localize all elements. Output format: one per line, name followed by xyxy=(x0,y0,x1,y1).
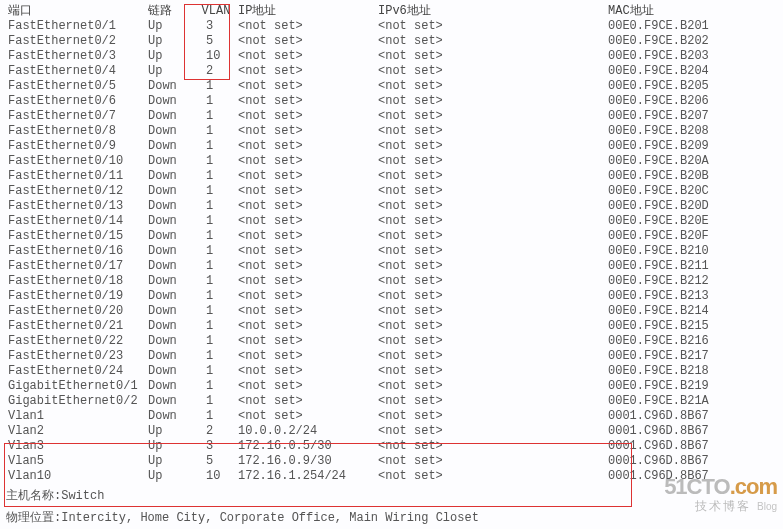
table-row: FastEthernet0/21Down1<not set><not set>0… xyxy=(6,319,777,334)
cell-ipv6: <not set> xyxy=(376,274,606,289)
table-row: FastEthernet0/2Up5<not set><not set>00E0… xyxy=(6,34,777,49)
cell-port: Vlan1 xyxy=(6,409,146,424)
cell-ip: <not set> xyxy=(236,319,376,334)
table-header-row: 端口 链路 VLAN IP地址 IPv6地址 MAC地址 xyxy=(6,4,777,19)
cell-port: GigabitEthernet0/2 xyxy=(6,394,146,409)
header-link: 链路 xyxy=(146,4,196,19)
cell-vlan: 1 xyxy=(196,154,236,169)
table-row: FastEthernet0/19Down1<not set><not set>0… xyxy=(6,289,777,304)
header-ip: IP地址 xyxy=(236,4,376,19)
table-row: FastEthernet0/23Down1<not set><not set>0… xyxy=(6,349,777,364)
cell-mac: 00E0.F9CE.B20D xyxy=(606,199,777,214)
cell-ipv6: <not set> xyxy=(376,289,606,304)
cell-ip: <not set> xyxy=(236,109,376,124)
cell-mac: 00E0.F9CE.B219 xyxy=(606,379,777,394)
cell-ip: <not set> xyxy=(236,274,376,289)
cell-ip: 172.16.0.5/30 xyxy=(236,439,376,454)
cell-ipv6: <not set> xyxy=(376,184,606,199)
cell-link: Down xyxy=(146,259,196,274)
cell-mac: 00E0.F9CE.B210 xyxy=(606,244,777,259)
cell-vlan: 1 xyxy=(196,274,236,289)
table-row: Vlan5Up5172.16.0.9/30<not set>0001.C96D.… xyxy=(6,454,777,469)
table-row: FastEthernet0/3Up10<not set><not set>00E… xyxy=(6,49,777,64)
cell-ip: <not set> xyxy=(236,349,376,364)
cell-ip: <not set> xyxy=(236,154,376,169)
cell-link: Down xyxy=(146,94,196,109)
cell-vlan: 2 xyxy=(196,64,236,79)
cell-ipv6: <not set> xyxy=(376,334,606,349)
cell-link: Down xyxy=(146,349,196,364)
location-value: Intercity, Home City, Corporate Office, … xyxy=(61,511,479,525)
cell-ipv6: <not set> xyxy=(376,379,606,394)
cell-ip: 172.16.0.9/30 xyxy=(236,454,376,469)
table-row: FastEthernet0/15Down1<not set><not set>0… xyxy=(6,229,777,244)
cell-mac: 00E0.F9CE.B213 xyxy=(606,289,777,304)
cell-mac: 00E0.F9CE.B20B xyxy=(606,169,777,184)
cell-ipv6: <not set> xyxy=(376,64,606,79)
table-row: FastEthernet0/7Down1<not set><not set>00… xyxy=(6,109,777,124)
cell-link: Down xyxy=(146,79,196,94)
cell-link: Up xyxy=(146,454,196,469)
cell-mac: 00E0.F9CE.B217 xyxy=(606,349,777,364)
cell-vlan: 1 xyxy=(196,109,236,124)
table-row: FastEthernet0/10Down1<not set><not set>0… xyxy=(6,154,777,169)
cell-ip: <not set> xyxy=(236,364,376,379)
cell-vlan: 3 xyxy=(196,19,236,34)
cell-mac: 0001.C96D.8B67 xyxy=(606,469,777,484)
cell-vlan: 10 xyxy=(196,469,236,484)
table-row: Vlan2Up210.0.0.2/24<not set>0001.C96D.8B… xyxy=(6,424,777,439)
cell-vlan: 1 xyxy=(196,319,236,334)
cell-ip: <not set> xyxy=(236,139,376,154)
cell-port: Vlan5 xyxy=(6,454,146,469)
cell-port: FastEthernet0/3 xyxy=(6,49,146,64)
cell-vlan: 1 xyxy=(196,409,236,424)
cell-vlan: 1 xyxy=(196,259,236,274)
cell-ipv6: <not set> xyxy=(376,469,606,484)
cell-link: Up xyxy=(146,469,196,484)
table-row: FastEthernet0/24Down1<not set><not set>0… xyxy=(6,364,777,379)
cell-port: FastEthernet0/6 xyxy=(6,94,146,109)
cell-ip: <not set> xyxy=(236,259,376,274)
cell-ip: <not set> xyxy=(236,244,376,259)
cell-port: Vlan10 xyxy=(6,469,146,484)
cell-vlan: 1 xyxy=(196,244,236,259)
cell-link: Up xyxy=(146,439,196,454)
cell-ipv6: <not set> xyxy=(376,319,606,334)
cell-ipv6: <not set> xyxy=(376,109,606,124)
cell-link: Down xyxy=(146,244,196,259)
cell-mac: 00E0.F9CE.B20A xyxy=(606,154,777,169)
cell-link: Down xyxy=(146,154,196,169)
cell-port: FastEthernet0/21 xyxy=(6,319,146,334)
cell-link: Down xyxy=(146,199,196,214)
cell-port: FastEthernet0/17 xyxy=(6,259,146,274)
cell-vlan: 1 xyxy=(196,79,236,94)
cell-port: Vlan3 xyxy=(6,439,146,454)
cell-link: Down xyxy=(146,109,196,124)
cell-vlan: 1 xyxy=(196,349,236,364)
cell-port: FastEthernet0/19 xyxy=(6,289,146,304)
cell-ipv6: <not set> xyxy=(376,214,606,229)
cell-vlan: 1 xyxy=(196,139,236,154)
table-row: GigabitEthernet0/2Down1<not set><not set… xyxy=(6,394,777,409)
cell-port: FastEthernet0/16 xyxy=(6,244,146,259)
cell-ip: <not set> xyxy=(236,379,376,394)
cell-port: FastEthernet0/23 xyxy=(6,349,146,364)
cell-ip: <not set> xyxy=(236,64,376,79)
cell-ipv6: <not set> xyxy=(376,394,606,409)
cell-mac: 00E0.F9CE.B206 xyxy=(606,94,777,109)
cell-link: Down xyxy=(146,229,196,244)
cell-link: Down xyxy=(146,169,196,184)
cell-ip: <not set> xyxy=(236,409,376,424)
cell-mac: 00E0.F9CE.B202 xyxy=(606,34,777,49)
cell-port: FastEthernet0/1 xyxy=(6,19,146,34)
cell-ipv6: <not set> xyxy=(376,424,606,439)
hostname-value: Switch xyxy=(61,489,104,503)
cell-vlan: 1 xyxy=(196,199,236,214)
header-ipv6: IPv6地址 xyxy=(376,4,606,19)
table-row: Vlan3Up3172.16.0.5/30<not set>0001.C96D.… xyxy=(6,439,777,454)
table-row: FastEthernet0/5Down1<not set><not set>00… xyxy=(6,79,777,94)
interface-table-container: 端口 链路 VLAN IP地址 IPv6地址 MAC地址 FastEtherne… xyxy=(0,0,783,526)
cell-ipv6: <not set> xyxy=(376,199,606,214)
cell-ip: 10.0.0.2/24 xyxy=(236,424,376,439)
cell-mac: 0001.C96D.8B67 xyxy=(606,454,777,469)
